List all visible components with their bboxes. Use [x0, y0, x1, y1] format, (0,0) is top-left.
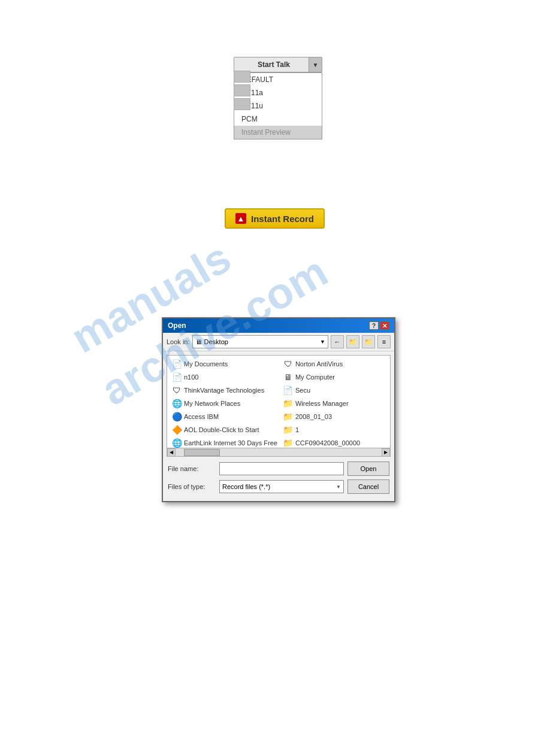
- secu-icon: 📄: [283, 385, 293, 395]
- file-item-num1[interactable]: 📁 1: [281, 424, 388, 436]
- dropdown-arrow-icon[interactable]: ▼: [309, 57, 322, 72]
- aol-icon: 🔶: [172, 425, 182, 435]
- gray-btn-1[interactable]: [234, 71, 250, 83]
- file-item-norton[interactable]: 🛡 Norton AntiVirus: [281, 358, 388, 370]
- thinkvantage-label: ThinkVantage Technologies: [184, 387, 264, 394]
- open-button[interactable]: Open: [347, 462, 389, 476]
- files-of-type-value: Record files (*.*): [222, 483, 270, 490]
- file-item-my-network[interactable]: 🌐 My Network Places: [170, 397, 280, 409]
- file-item-n100[interactable]: 📄 n100: [170, 371, 280, 383]
- look-in-arrow: ▼: [320, 339, 325, 345]
- dialog-title-buttons: ? ✕: [369, 321, 389, 330]
- file-name-label: File name:: [168, 465, 216, 472]
- n100-icon: 📄: [172, 372, 182, 382]
- num1-label: 1: [295, 426, 299, 433]
- my-network-icon: 🌐: [172, 399, 182, 408]
- norton-icon: 🛡: [283, 359, 293, 369]
- menu-item-pcm[interactable]: PCM: [234, 113, 322, 126]
- ccf-label: CCF09042008_00000: [295, 439, 360, 447]
- dialog-help-button[interactable]: ?: [369, 321, 379, 330]
- my-documents-label: My Documents: [184, 360, 228, 368]
- my-network-label: My Network Places: [184, 400, 240, 407]
- dialog-fields: File name: Open Files of type: Record fi…: [163, 460, 394, 501]
- dialog-toolbar: Look in: 🖥 Desktop ▼ ← 📁 📁 ≡: [163, 333, 394, 351]
- thinkvantage-icon: 🛡: [172, 385, 182, 395]
- up-folder-button[interactable]: 📁: [346, 335, 359, 348]
- open-dialog: Open ? ✕ Look in: 🖥 Desktop ▼ ← 📁 📁 ≡ 📄 …: [162, 317, 395, 502]
- file-list: 📄 My Documents 🛡 Norton AntiVirus 📄 n100…: [167, 356, 390, 451]
- my-computer-label: My Computer: [295, 374, 335, 381]
- view-button[interactable]: ≡: [377, 335, 391, 348]
- gray-buttons-group: [234, 71, 250, 110]
- horizontal-scrollbar[interactable]: ◀ ▶: [167, 448, 390, 456]
- scroll-thumb[interactable]: [184, 449, 220, 456]
- earthlink-label: EarthLink Internet 30 Days Free: [184, 439, 277, 447]
- menu-item-instant-preview: Instant Preview: [234, 126, 322, 139]
- file-item-secu[interactable]: 📄 Secu: [281, 384, 388, 396]
- look-in-value: Desktop: [204, 338, 321, 345]
- file-item-earthlink[interactable]: 🌐 EarthLink Internet 30 Days Free: [170, 437, 280, 449]
- file-item-thinkvantage[interactable]: 🛡 ThinkVantage Technologies: [170, 384, 280, 396]
- instant-record-section: ▲ Instant Record: [225, 208, 325, 229]
- file-item-2008[interactable]: 📁 2008_01_03: [281, 411, 388, 423]
- instant-record-label: Instant Record: [251, 214, 314, 224]
- dialog-close-button[interactable]: ✕: [380, 321, 389, 330]
- 2008-label: 2008_01_03: [295, 413, 332, 420]
- aol-label: AOL Double-Click to Start: [184, 426, 259, 433]
- files-of-type-row: Files of type: Record files (*.*) ▼ Canc…: [168, 479, 389, 494]
- file-item-access-ibm[interactable]: 🔵 Access IBM: [170, 411, 280, 423]
- instant-record-button[interactable]: ▲ Instant Record: [225, 208, 325, 229]
- folder-icon: 🖥: [195, 338, 202, 345]
- files-of-type-select[interactable]: Record files (*.*) ▼: [219, 480, 344, 493]
- ccf-icon: 📁: [283, 438, 293, 448]
- wireless-icon: 📁: [283, 399, 293, 408]
- gray-btn-2[interactable]: [234, 84, 250, 96]
- secu-label: Secu: [295, 387, 310, 394]
- dialog-titlebar: Open ? ✕: [163, 318, 394, 333]
- file-item-aol[interactable]: 🔶 AOL Double-Click to Start: [170, 424, 280, 436]
- gray-btn-3[interactable]: [234, 98, 250, 110]
- file-area: 📄 My Documents 🛡 Norton AntiVirus 📄 n100…: [167, 355, 391, 457]
- file-item-my-computer[interactable]: 🖥 My Computer: [281, 371, 388, 383]
- look-in-dropdown[interactable]: 🖥 Desktop ▼: [192, 335, 328, 348]
- file-name-row: File name: Open: [168, 462, 389, 476]
- start-talk-label: Start Talk: [234, 60, 309, 69]
- cancel-button[interactable]: Cancel: [347, 479, 389, 494]
- files-of-type-label: Files of type:: [168, 483, 216, 490]
- access-ibm-icon: 🔵: [172, 412, 182, 421]
- earthlink-icon: 🌐: [172, 438, 182, 448]
- scroll-right-arrow[interactable]: ▶: [382, 448, 390, 457]
- dialog-title: Open: [168, 321, 186, 330]
- my-documents-icon: 📄: [172, 359, 182, 369]
- n100-label: n100: [184, 374, 198, 381]
- file-name-input[interactable]: [219, 462, 344, 475]
- file-item-my-documents[interactable]: 📄 My Documents: [170, 358, 280, 370]
- scroll-left-arrow[interactable]: ◀: [167, 448, 176, 457]
- new-folder-button[interactable]: 📁: [362, 335, 375, 348]
- norton-label: Norton AntiVirus: [295, 360, 343, 368]
- look-in-label: Look in:: [167, 338, 190, 345]
- file-item-wireless[interactable]: 📁 Wireless Manager: [281, 397, 388, 409]
- back-button[interactable]: ←: [331, 335, 344, 348]
- file-item-ccf[interactable]: 📁 CCF09042008_00000: [281, 437, 388, 449]
- access-ibm-label: Access IBM: [184, 413, 219, 420]
- 2008-icon: 📁: [283, 412, 293, 421]
- num1-icon: 📁: [283, 425, 293, 435]
- wireless-label: Wireless Manager: [295, 400, 349, 407]
- select-arrow-icon: ▼: [336, 484, 341, 490]
- warning-icon: ▲: [235, 213, 246, 224]
- my-computer-icon: 🖥: [283, 372, 293, 382]
